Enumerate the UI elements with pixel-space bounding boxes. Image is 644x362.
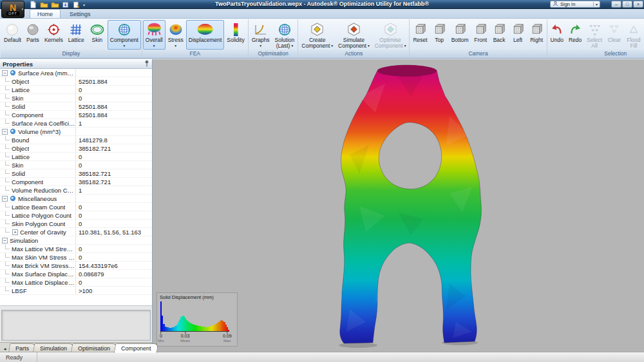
tree-connector [5,86,10,90]
property-row-volume-reduction-coeffic[interactable]: Volume Reduction Coeffic...1 [0,186,152,195]
property-row-center-of-gravity[interactable]: +Center of Gravity110.381, 51.56, 51.163 [0,228,152,236]
property-row-miscellaneous[interactable]: −Miscellaneous [0,195,152,203]
property-row-surface-area-coefficient[interactable]: Surface Area Coefficient1 [0,119,152,128]
ribbon-tab-settings[interactable]: Settings [62,9,99,18]
property-label: Simulation [10,237,38,244]
displacement-button[interactable]: Displacement [186,20,225,50]
back-button[interactable]: Back [490,20,509,50]
open-folder-2-icon[interactable] [50,1,59,8]
solution-last-button[interactable]: Solution(Last)▾ [272,20,298,50]
left-button[interactable]: Left [509,20,527,50]
dropdown-caret-icon: ▾ [260,43,261,49]
kernels-button[interactable]: Kernels [42,20,66,50]
front-button[interactable]: Front [471,20,490,50]
overall-button[interactable]: Overall▾ [143,20,166,50]
simulate-component-button[interactable]: SimulateComponent▾ [336,20,372,50]
property-label: LBSF [12,287,27,294]
property-row-volume-mm-3[interactable]: −Volume (mm^3) [0,128,152,136]
property-row-lattice[interactable]: Lattice0 [0,86,152,94]
property-value: 0 [76,153,152,160]
redo-button[interactable]: Redo [566,20,584,50]
property-label: Object [12,78,29,85]
close-button[interactable]: × [633,1,643,8]
property-row-skin[interactable]: Skin0 [0,94,152,102]
right-button[interactable]: Right [527,20,546,50]
properties-panel-title: Properties [3,61,33,68]
solidity-button[interactable]: Solidity [224,20,247,50]
property-row-max-skin-vm-stress-pa[interactable]: Max Skin VM Stress (Pa)0 [0,253,152,262]
pin-icon[interactable] [144,60,149,68]
property-label: Max Skin VM Stress (Pa) [12,254,75,261]
property-value: 110.381, 51.56, 51.163 [76,229,152,236]
property-value: 0 [76,86,152,93]
category-icon [10,195,16,202]
property-row-object[interactable]: Object385182.721 [0,144,152,153]
clear-button[interactable]: Clear [605,20,624,50]
tree-connector [5,287,10,291]
property-row-bound[interactable]: Bound1481279.8 [0,136,152,144]
property-row-lattice[interactable]: Lattice0 [0,153,152,161]
property-row-lbsf[interactable]: LBSF>100 [0,287,152,295]
collapse-icon[interactable]: − [2,238,8,243]
property-row-lattice-beam-count[interactable]: Lattice Beam Count0 [0,203,152,211]
new-document-icon[interactable] [28,1,37,8]
qat-overflow-icon[interactable]: ▾ [83,3,85,7]
property-row-solid[interactable]: Solid52501.884 [0,102,152,111]
select-all-button[interactable]: SelectAll [584,20,605,50]
property-row-simulation[interactable]: −Simulation [0,236,152,245]
optimise-component-button[interactable]: OptimiseComponent▾ [372,20,409,50]
expand-icon[interactable]: + [12,229,18,235]
property-row-max-lattice-vm-stress-pa[interactable]: Max Lattice VM Stress (Pa)0 [0,245,152,253]
property-row-component[interactable]: Component52501.884 [0,111,152,119]
app-menu-button[interactable]: N OPT ▾ [1,1,24,18]
reset-button[interactable]: Reset [410,20,430,50]
dropdown-caret-icon: ▾ [368,43,370,49]
stress-button[interactable]: Stress▾ [166,20,186,50]
ribbon-tab-home[interactable]: Home [30,9,61,18]
property-label: Lattice [12,86,30,93]
save-import-icon[interactable] [61,1,70,8]
viewport-3d[interactable]: Solid Displacement (mm) 0Min0.03Mean0.09… [153,59,644,352]
property-row-max-brick-vm-stress-pa[interactable]: Max Brick VM Stress (Pa)154.433197e6 [0,262,152,270]
lattice-button[interactable]: Lattice [66,20,87,50]
property-row-component[interactable]: Component385182.721 [0,178,152,186]
report-tool-icon[interactable] [72,1,81,8]
property-row-skin-polygon-count[interactable]: Skin Polygon Count0 [0,220,152,228]
top-button[interactable]: Top [430,20,449,50]
property-value: 0 [76,245,152,252]
parts-button[interactable]: Parts [24,20,42,50]
minimize-button[interactable]: – [611,1,621,8]
tree-connector [5,153,10,157]
property-row-lattice-polygon-count[interactable]: Lattice Polygon Count0 [0,211,152,220]
property-label: Bound [12,137,29,144]
collapse-icon[interactable]: − [2,129,8,135]
component-button[interactable]: Component▾ [108,20,141,50]
open-folder-icon[interactable] [39,1,48,8]
clear-tri-icon [607,22,621,37]
property-row-max-lattice-displacement[interactable]: Max Lattice Displacement...0 [0,278,152,287]
panel-tab-component[interactable]: Component [114,343,158,353]
sign-in-button[interactable]: Sign In ▾ [550,1,600,8]
graphs-button[interactable]: Graphs▾ [249,20,272,50]
bottom-button[interactable]: Bottom [449,20,471,50]
skin-button[interactable]: Skin [87,20,108,50]
collapse-icon[interactable]: − [2,196,8,202]
legend-tick-max: 0.09Max [223,332,232,343]
property-row-solid[interactable]: Solid385182.721 [0,169,152,178]
collapse-icon[interactable]: − [2,70,8,76]
group-label-selection: Selection [547,50,644,58]
property-row-object[interactable]: Object52501.884 [0,77,152,86]
undo-button[interactable]: Undo [548,20,566,50]
create-component-button[interactable]: CreateComponent▾ [299,20,336,50]
property-row-max-surface-displacemen[interactable]: Max Surface Displacemen...0.086879 [0,270,152,278]
property-row-surface-area-mm-2[interactable]: −Surface Area (mm^2) [0,69,152,77]
tree-connector [5,169,10,174]
sign-in-caret-icon[interactable]: ▾ [593,2,598,6]
flood-fill-button[interactable]: FloodFill [624,20,643,50]
property-row-skin[interactable]: Skin0 [0,161,152,169]
maximize-button[interactable]: □ [622,1,632,8]
default-button[interactable]: Default [1,20,24,50]
empty-panel [1,310,151,341]
tree-connector [5,186,10,191]
ellipse-rainbow-icon [196,22,214,37]
